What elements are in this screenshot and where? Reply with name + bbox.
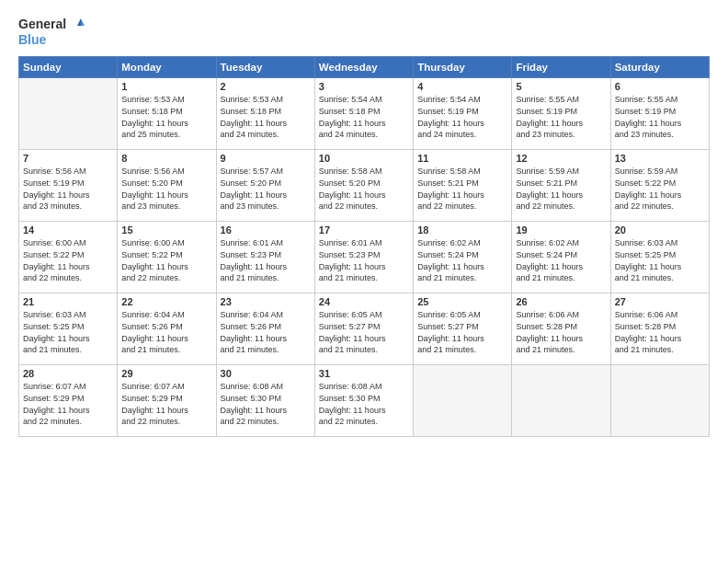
day-number: 18 bbox=[417, 224, 507, 236]
calendar-cell: 31Sunrise: 6:08 AM Sunset: 5:30 PM Dayli… bbox=[314, 365, 413, 437]
cell-info: Sunrise: 6:02 AM Sunset: 5:24 PM Dayligh… bbox=[417, 237, 507, 283]
cell-info: Sunrise: 6:07 AM Sunset: 5:29 PM Dayligh… bbox=[121, 381, 211, 427]
cell-info: Sunrise: 6:05 AM Sunset: 5:27 PM Dayligh… bbox=[417, 309, 507, 355]
day-number: 12 bbox=[516, 153, 606, 164]
calendar-cell: 1Sunrise: 5:53 AM Sunset: 5:18 PM Daylig… bbox=[118, 78, 216, 150]
day-number: 2 bbox=[221, 81, 311, 92]
day-number: 20 bbox=[615, 224, 705, 236]
day-number: 22 bbox=[121, 296, 211, 307]
calendar-cell: 7Sunrise: 5:56 AM Sunset: 5:19 PM Daylig… bbox=[19, 150, 118, 222]
calendar-cell: 15Sunrise: 6:00 AM Sunset: 5:22 PM Dayli… bbox=[118, 222, 216, 293]
logo-general: General bbox=[18, 17, 66, 31]
svg-marker-0 bbox=[81, 18, 85, 26]
cell-info: Sunrise: 5:58 AM Sunset: 5:21 PM Dayligh… bbox=[417, 166, 507, 212]
day-number: 5 bbox=[516, 81, 606, 92]
day-number: 28 bbox=[23, 368, 113, 379]
cell-info: Sunrise: 5:54 AM Sunset: 5:19 PM Dayligh… bbox=[417, 94, 507, 140]
cell-info: Sunrise: 5:55 AM Sunset: 5:19 PM Dayligh… bbox=[615, 94, 705, 140]
cell-info: Sunrise: 5:58 AM Sunset: 5:20 PM Dayligh… bbox=[319, 166, 409, 212]
calendar-cell: 28Sunrise: 6:07 AM Sunset: 5:29 PM Dayli… bbox=[19, 365, 118, 437]
cell-info: Sunrise: 6:05 AM Sunset: 5:27 PM Dayligh… bbox=[319, 309, 409, 355]
calendar-cell: 18Sunrise: 6:02 AM Sunset: 5:24 PM Dayli… bbox=[414, 222, 512, 293]
cell-info: Sunrise: 5:55 AM Sunset: 5:19 PM Dayligh… bbox=[516, 94, 606, 140]
calendar-cell bbox=[610, 365, 709, 437]
cell-info: Sunrise: 5:54 AM Sunset: 5:18 PM Dayligh… bbox=[319, 94, 409, 140]
cell-info: Sunrise: 6:08 AM Sunset: 5:30 PM Dayligh… bbox=[319, 381, 409, 427]
cell-info: Sunrise: 6:06 AM Sunset: 5:28 PM Dayligh… bbox=[516, 309, 606, 355]
day-number: 29 bbox=[121, 368, 211, 379]
day-number: 21 bbox=[23, 296, 113, 307]
calendar-week-row: 1Sunrise: 5:53 AM Sunset: 5:18 PM Daylig… bbox=[19, 78, 710, 150]
day-number: 15 bbox=[121, 224, 211, 236]
calendar-week-row: 28Sunrise: 6:07 AM Sunset: 5:29 PM Dayli… bbox=[19, 365, 710, 437]
calendar-cell: 29Sunrise: 6:07 AM Sunset: 5:29 PM Dayli… bbox=[118, 365, 216, 437]
cell-info: Sunrise: 6:06 AM Sunset: 5:28 PM Dayligh… bbox=[615, 309, 705, 355]
calendar-cell: 11Sunrise: 5:58 AM Sunset: 5:21 PM Dayli… bbox=[414, 150, 512, 222]
header-day-wednesday: Wednesday bbox=[314, 57, 413, 78]
header-day-friday: Friday bbox=[512, 57, 610, 78]
calendar-cell: 12Sunrise: 5:59 AM Sunset: 5:21 PM Dayli… bbox=[512, 150, 610, 222]
calendar-cell: 4Sunrise: 5:54 AM Sunset: 5:19 PM Daylig… bbox=[414, 78, 512, 150]
calendar-cell: 3Sunrise: 5:54 AM Sunset: 5:18 PM Daylig… bbox=[314, 78, 413, 150]
calendar-cell: 10Sunrise: 5:58 AM Sunset: 5:20 PM Dayli… bbox=[314, 150, 413, 222]
day-number: 24 bbox=[319, 296, 409, 307]
cell-info: Sunrise: 5:59 AM Sunset: 5:22 PM Dayligh… bbox=[615, 166, 705, 212]
logo-bird-icon bbox=[68, 17, 85, 33]
cell-info: Sunrise: 6:04 AM Sunset: 5:26 PM Dayligh… bbox=[221, 309, 311, 355]
day-number: 26 bbox=[516, 296, 606, 307]
calendar-cell: 17Sunrise: 6:01 AM Sunset: 5:23 PM Dayli… bbox=[314, 222, 413, 293]
calendar-cell: 23Sunrise: 6:04 AM Sunset: 5:26 PM Dayli… bbox=[216, 293, 314, 365]
day-number: 7 bbox=[23, 153, 113, 164]
day-number: 23 bbox=[221, 296, 311, 307]
cell-info: Sunrise: 5:53 AM Sunset: 5:18 PM Dayligh… bbox=[121, 94, 211, 140]
header-day-thursday: Thursday bbox=[414, 57, 512, 78]
calendar-cell: 6Sunrise: 5:55 AM Sunset: 5:19 PM Daylig… bbox=[610, 78, 709, 150]
day-number: 10 bbox=[319, 153, 409, 164]
day-number: 27 bbox=[615, 296, 705, 307]
cell-info: Sunrise: 6:07 AM Sunset: 5:29 PM Dayligh… bbox=[23, 381, 113, 427]
cell-info: Sunrise: 6:04 AM Sunset: 5:26 PM Dayligh… bbox=[121, 309, 211, 355]
calendar-header-row: SundayMondayTuesdayWednesdayThursdayFrid… bbox=[19, 57, 710, 78]
calendar-cell: 26Sunrise: 6:06 AM Sunset: 5:28 PM Dayli… bbox=[512, 293, 610, 365]
cell-info: Sunrise: 6:08 AM Sunset: 5:30 PM Dayligh… bbox=[221, 381, 311, 427]
day-number: 8 bbox=[121, 153, 211, 164]
cell-info: Sunrise: 5:57 AM Sunset: 5:20 PM Dayligh… bbox=[221, 166, 311, 212]
day-number: 19 bbox=[516, 224, 606, 236]
logo: General Blue bbox=[18, 17, 85, 47]
calendar-week-row: 7Sunrise: 5:56 AM Sunset: 5:19 PM Daylig… bbox=[19, 150, 710, 222]
calendar-cell: 25Sunrise: 6:05 AM Sunset: 5:27 PM Dayli… bbox=[414, 293, 512, 365]
cell-info: Sunrise: 6:03 AM Sunset: 5:25 PM Dayligh… bbox=[23, 309, 113, 355]
cell-info: Sunrise: 6:00 AM Sunset: 5:22 PM Dayligh… bbox=[121, 237, 211, 283]
logo-blue: Blue bbox=[18, 33, 85, 47]
calendar-table: SundayMondayTuesdayWednesdayThursdayFrid… bbox=[18, 56, 710, 437]
day-number: 25 bbox=[417, 296, 507, 307]
cell-info: Sunrise: 6:02 AM Sunset: 5:24 PM Dayligh… bbox=[516, 237, 606, 283]
calendar-cell: 13Sunrise: 5:59 AM Sunset: 5:22 PM Dayli… bbox=[610, 150, 709, 222]
header-day-tuesday: Tuesday bbox=[216, 57, 314, 78]
day-number: 9 bbox=[221, 153, 311, 164]
cell-info: Sunrise: 5:56 AM Sunset: 5:19 PM Dayligh… bbox=[23, 166, 113, 212]
calendar-cell: 14Sunrise: 6:00 AM Sunset: 5:22 PM Dayli… bbox=[19, 222, 118, 293]
cell-info: Sunrise: 6:00 AM Sunset: 5:22 PM Dayligh… bbox=[23, 237, 113, 283]
day-number: 1 bbox=[121, 81, 211, 92]
calendar-cell bbox=[414, 365, 512, 437]
calendar-cell: 8Sunrise: 5:56 AM Sunset: 5:20 PM Daylig… bbox=[118, 150, 216, 222]
day-number: 17 bbox=[319, 224, 409, 236]
day-number: 14 bbox=[23, 224, 113, 236]
cell-info: Sunrise: 5:59 AM Sunset: 5:21 PM Dayligh… bbox=[516, 166, 606, 212]
calendar-cell: 9Sunrise: 5:57 AM Sunset: 5:20 PM Daylig… bbox=[216, 150, 314, 222]
calendar-cell: 30Sunrise: 6:08 AM Sunset: 5:30 PM Dayli… bbox=[216, 365, 314, 437]
header-day-sunday: Sunday bbox=[19, 57, 118, 78]
day-number: 3 bbox=[319, 81, 409, 92]
day-number: 4 bbox=[417, 81, 507, 92]
cell-info: Sunrise: 5:53 AM Sunset: 5:18 PM Dayligh… bbox=[221, 94, 311, 140]
day-number: 11 bbox=[417, 153, 507, 164]
cell-info: Sunrise: 5:56 AM Sunset: 5:20 PM Dayligh… bbox=[121, 166, 211, 212]
header-day-monday: Monday bbox=[118, 57, 216, 78]
svg-marker-1 bbox=[77, 18, 81, 26]
calendar-cell: 24Sunrise: 6:05 AM Sunset: 5:27 PM Dayli… bbox=[314, 293, 413, 365]
calendar-cell bbox=[19, 78, 118, 150]
page-header: General Blue bbox=[18, 17, 710, 47]
cell-info: Sunrise: 6:01 AM Sunset: 5:23 PM Dayligh… bbox=[319, 237, 409, 283]
day-number: 31 bbox=[319, 368, 409, 379]
